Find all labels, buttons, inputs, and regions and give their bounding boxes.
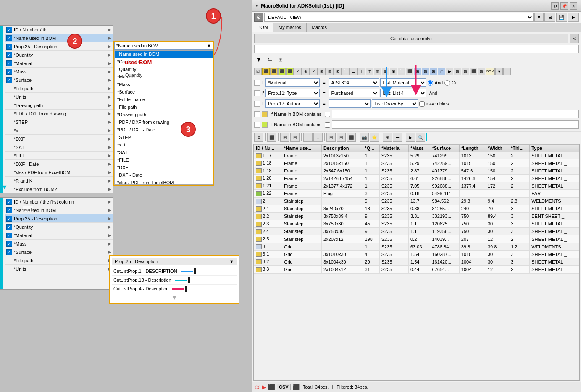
if-name-check-1[interactable]: [254, 111, 260, 117]
filter-check-2[interactable]: [254, 90, 260, 96]
icon-18[interactable]: ▣: [390, 68, 397, 75]
mt-star[interactable]: ⭐: [370, 133, 379, 142]
th-surface[interactable]: *Surface: [430, 145, 459, 152]
checkbox-mass[interactable]: ✓: [6, 69, 12, 75]
icon-15[interactable]: T: [366, 68, 373, 75]
checkbox-id[interactable]: ✓: [6, 27, 12, 33]
checkbox-name-bom[interactable]: ✓: [6, 35, 12, 41]
icon-31[interactable]: ...: [503, 68, 511, 75]
dropdown-item-9[interactable]: *PDF / DXF from drawing: [115, 119, 213, 126]
checkbox-bot-mass[interactable]: ✓: [6, 241, 12, 247]
dropdown-item-7[interactable]: *File path: [115, 104, 213, 111]
mt-play[interactable]: ▶: [406, 133, 415, 142]
mt-camera[interactable]: 📷: [360, 133, 369, 142]
search-input[interactable]: [254, 45, 579, 53]
radio-and-1[interactable]: [428, 80, 433, 86]
icon-19[interactable]: ⬜: [398, 68, 405, 75]
checkbox-surface[interactable]: ✓: [6, 77, 12, 83]
dropdown-item-17[interactable]: *xlsx / PDF from ExcelBOM: [115, 179, 213, 185]
icon-4[interactable]: ⬛: [278, 68, 286, 75]
tab-bom[interactable]: BOM: [252, 23, 273, 32]
left-bot-row-material[interactable]: ✓ *Material ▶: [5, 231, 113, 240]
left-bot-row-desc[interactable]: ✓ Prop.25 - Description ▶: [5, 214, 113, 223]
dropdown-item-4[interactable]: *Mass: [115, 81, 213, 89]
tab-my-macros[interactable]: My macros: [273, 23, 307, 32]
table-row[interactable]: 2.5 Stair step 2x207x12 198 S235 0.2 140…: [254, 235, 579, 243]
th-mass[interactable]: *Mass: [408, 145, 430, 152]
th-thick[interactable]: *Thi...: [509, 145, 530, 152]
mt-list[interactable]: ☰: [393, 133, 402, 142]
status-icon-1[interactable]: ≋: [255, 384, 260, 390]
left-row-exclude[interactable]: *Exclude from BOM? ▶: [5, 185, 113, 193]
th-type[interactable]: Type: [530, 145, 579, 152]
status-icon-4[interactable]: ⬛: [292, 384, 300, 390]
back-button[interactable]: <: [570, 34, 579, 43]
desc-dropdown-header[interactable]: Prop.25 - Description ▼: [112, 258, 237, 265]
icon-8[interactable]: ✓: [310, 68, 318, 75]
table-row[interactable]: 3 Grid 1 S235 63.03 4786.841 39.8 39.8 1…: [254, 243, 579, 251]
left-row-filepath[interactable]: *File path ▶: [5, 84, 113, 93]
th-length[interactable]: *Length: [459, 145, 486, 152]
checkbox-material[interactable]: ✓: [6, 60, 12, 66]
pin-icon-btn[interactable]: 📌: [560, 2, 568, 10]
data-table-container[interactable]: ID / Nu... *Name use... Description *Q..…: [253, 144, 580, 381]
dropdown-select-header[interactable]: *Name used in BOM ▼: [114, 42, 213, 50]
table-row[interactable]: 1.22 Frame Plug 3 S235 0.18 5499.411 PAR…: [254, 190, 579, 197]
table-row[interactable]: 1.17 Frame 2x1013x150 1 S235 5.29 741299…: [254, 152, 579, 159]
filter-list-3[interactable]: List: DrawnBy: [372, 99, 418, 108]
desc-item-3[interactable]: CutListProp.4 - Description: [112, 285, 237, 293]
left-row-excel[interactable]: *xlsx / PDF from ExcelBOM ▶: [5, 168, 113, 177]
left-row-dxf-date[interactable]: *DXF - Date ▶: [5, 160, 113, 168]
left-row-surface[interactable]: ✓ *Surface ▶: [5, 76, 113, 84]
dropdown-list[interactable]: *Name used in BOM *Configuration *Quanti…: [114, 50, 213, 185]
icon-9[interactable]: ⊞: [318, 68, 326, 75]
icon-20[interactable]: ⬛: [406, 68, 413, 75]
dropdown-item-10[interactable]: *PDF / DXF - Date: [115, 126, 213, 134]
filter-list-2[interactable]: List: List 4: [380, 89, 426, 97]
checkbox-bot-surface[interactable]: ✓: [6, 249, 12, 255]
filter-check-3[interactable]: [254, 101, 260, 107]
dropdown-item-5[interactable]: *Surface: [115, 89, 213, 96]
icon-21[interactable]: ⊞: [414, 68, 421, 75]
icon-17[interactable]: ▦: [382, 68, 389, 75]
tb-btn-2[interactable]: ⊞: [544, 13, 555, 22]
left-row-file[interactable]: *FILE ▶: [5, 152, 113, 160]
table-row[interactable]: 3.3 Grid 2x1004x12 31 S235 0.44 67654...…: [254, 266, 579, 273]
mt-table[interactable]: ⬛: [267, 133, 276, 142]
tab-macros[interactable]: Macros: [307, 23, 332, 32]
filter-val-3[interactable]: [329, 99, 371, 108]
icon-26[interactable]: ⊞: [454, 68, 461, 75]
left-bot-row-id[interactable]: ✓ ID / Number / the first column ▶: [5, 198, 113, 206]
mt-sort2[interactable]: ⊟: [337, 133, 346, 142]
th-width[interactable]: *Width: [486, 145, 509, 152]
th-name[interactable]: *Name use...: [282, 145, 321, 152]
filter-check-1[interactable]: [254, 80, 260, 86]
icon-11[interactable]: ⊠: [334, 68, 342, 75]
icon-13[interactable]: ☰: [350, 68, 358, 75]
dropdown-item-0[interactable]: *Name used in BOM: [115, 51, 213, 58]
table-row[interactable]: 1.18 Frame 2x1015x150 1 S235 5.29 742759…: [254, 159, 579, 167]
left-bot-row-filepath[interactable]: *File path ▶: [5, 256, 113, 265]
table-row[interactable]: 1.19 Frame 2x547.6x150 1 S235 2.87 40137…: [254, 167, 579, 175]
dropdown-item-14[interactable]: *FILE: [115, 157, 213, 164]
dropdown-item-12[interactable]: *x_t: [115, 141, 213, 149]
icon-1[interactable]: ☑: [254, 68, 262, 75]
desc-item-1[interactable]: CutListProp.1 - DESCRIPTION: [112, 267, 237, 276]
mt-paste[interactable]: ⊟: [290, 133, 300, 142]
settings-icon-btn[interactable]: ⚙: [551, 2, 559, 10]
table-row[interactable]: 3.1 Grid 3x1010x30 4 S235 1.54 160287...…: [254, 251, 579, 258]
icon-30[interactable]: ▼: [495, 68, 503, 75]
if-checkbox-2[interactable]: [325, 122, 330, 128]
icon-22[interactable]: ⊟: [422, 68, 429, 75]
filter-field-2[interactable]: Prop.11: Type: [265, 89, 320, 97]
left-row-mass[interactable]: ✓ *Mass ▶: [5, 68, 113, 76]
if-input-2[interactable]: [332, 120, 579, 129]
table-row[interactable]: 2.1 Stair step 3x240x70 18 S235 0.88 812…: [254, 205, 579, 212]
mt-copy[interactable]: ⊞: [280, 133, 289, 142]
left-row-drawpath[interactable]: *Drawing path ▶: [5, 101, 113, 110]
status-icon-2[interactable]: ▶: [262, 384, 266, 390]
tb-btn-1[interactable]: ▼: [534, 13, 544, 22]
th-qty[interactable]: *Q...: [363, 145, 379, 152]
icon-16[interactable]: ▥: [374, 68, 381, 75]
filter-grid-btn[interactable]: ⊞: [276, 55, 285, 64]
